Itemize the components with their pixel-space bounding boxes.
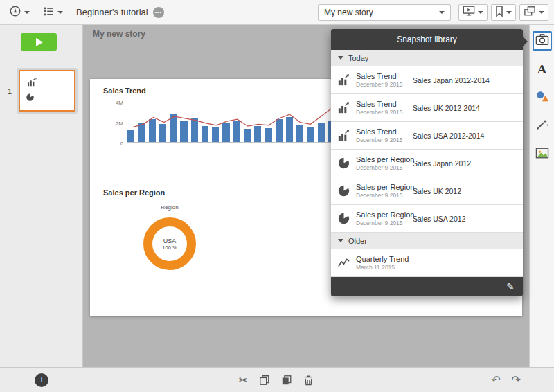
bottom-toolbar: + ✂ ↶ ↷ xyxy=(0,367,554,392)
app-navigation-button[interactable] xyxy=(39,3,66,22)
play-story-preview-button[interactable] xyxy=(21,33,57,51)
chevron-down-icon xyxy=(57,11,63,14)
snapshot-text: Sales per Region December 9 2015 xyxy=(356,211,414,226)
copy-button[interactable] xyxy=(259,375,270,386)
chevron-down-icon xyxy=(478,11,483,14)
chevron-down-icon xyxy=(506,11,512,14)
delete-button[interactable] xyxy=(303,375,314,386)
snapshot-item[interactable]: Sales per Region December 9 2015 Sales U… xyxy=(331,205,523,233)
snapshot-library-tool[interactable] xyxy=(533,31,552,51)
story-editor-window: Beginner's tutorial ••• My new story xyxy=(0,0,554,392)
media-tool[interactable] xyxy=(533,145,552,164)
snapshot-date: December 9 2015 xyxy=(356,192,414,199)
chevron-down-icon xyxy=(24,11,30,14)
snapshot-desc: Sales Japan 2012-2014 xyxy=(413,76,490,84)
play-story-button[interactable] xyxy=(458,4,488,21)
shapes-icon xyxy=(535,90,549,105)
snapshot-name: Sales Trend xyxy=(356,127,403,136)
bookmark-icon xyxy=(495,6,503,19)
snapshot-date: December 9 2015 xyxy=(356,136,403,143)
chevron-down-icon xyxy=(338,239,343,242)
story-tools-panel: A xyxy=(529,25,554,367)
bookmarks-button[interactable] xyxy=(491,4,516,21)
snapshot-name: Sales per Region xyxy=(356,183,414,191)
snapshot-library-footer: ✎ xyxy=(331,277,523,296)
story-selector-value: My new story xyxy=(324,8,373,17)
snapshot-desc: Sales USA 2012 xyxy=(413,215,465,223)
edit-snapshots-button[interactable]: ✎ xyxy=(506,281,515,292)
cut-button[interactable]: ✂ xyxy=(239,374,248,386)
magic-wand-icon xyxy=(535,118,549,134)
y-axis-tick: 0 xyxy=(102,141,123,147)
snapshot-desc: Sales UK 2012-2014 xyxy=(413,104,480,112)
snapshot-name: Quarterly Trend xyxy=(356,255,409,263)
chevron-down-icon xyxy=(338,56,343,60)
snapshot-text: Sales Trend December 9 2015 xyxy=(356,127,403,143)
global-menu-button[interactable] xyxy=(6,3,33,22)
section-header-older[interactable]: Older xyxy=(331,233,523,249)
text-tool[interactable]: A xyxy=(533,60,552,79)
snapshot-item[interactable]: Sales Trend December 9 2015 Sales USA 20… xyxy=(331,122,523,150)
snapshot-date: March 11 2015 xyxy=(356,264,409,271)
slide-thumbnail-selected[interactable] xyxy=(17,68,78,114)
snapshot-date: December 9 2015 xyxy=(356,81,403,88)
snapshot-item[interactable]: Sales per Region December 9 2015 Sales J… xyxy=(331,150,523,177)
region-chart-title: Sales per Region xyxy=(103,188,165,197)
snapshot-name: Sales Trend xyxy=(356,100,403,108)
app-title: Beginner's tutorial xyxy=(76,7,148,17)
story-selector[interactable]: My new story xyxy=(318,4,451,21)
donut-category-label: USA xyxy=(163,238,177,244)
snapshot-library-list: Today Sales Trend December 9 2015 Sales … xyxy=(331,50,523,277)
snapshot-desc: Sales Japan 2012 xyxy=(413,159,471,168)
snapshot-text: Quarterly Trend March 11 2015 xyxy=(356,255,409,271)
trend-chart-title: Sales Trend xyxy=(103,87,146,95)
shapes-tool[interactable] xyxy=(533,88,552,107)
section-label: Older xyxy=(348,237,367,245)
sheets-button[interactable] xyxy=(519,4,548,21)
snapshot-date: December 9 2015 xyxy=(356,220,414,226)
snapshot-name: Sales per Region xyxy=(356,211,414,219)
snapshot-text: Sales per Region December 9 2015 xyxy=(356,183,414,199)
popup-arrow xyxy=(523,37,528,46)
snapshot-item[interactable]: Sales per Region December 9 2015 Sales U… xyxy=(331,177,523,205)
pie-chart-icon xyxy=(338,213,350,224)
camera-icon xyxy=(535,33,549,48)
slides-panel: 1 xyxy=(0,25,83,367)
slide-thumbnail xyxy=(19,70,75,112)
section-header-today[interactable]: Today xyxy=(331,50,523,66)
chevron-down-icon xyxy=(439,11,445,14)
paste-button[interactable] xyxy=(281,375,292,386)
snapshot-desc: Sales UK 2012 xyxy=(413,187,461,195)
snapshot-text: Sales Trend December 9 2015 xyxy=(356,72,403,88)
snapshot-desc: Sales USA 2012-2014 xyxy=(413,132,484,140)
mini-pie-chart-icon xyxy=(26,92,35,105)
snapshot-library-popup: Snapshot library Today Sales Trend Decem… xyxy=(331,29,523,296)
compass-icon xyxy=(9,5,21,20)
effects-tool[interactable] xyxy=(533,116,552,136)
add-slide-button[interactable]: + xyxy=(35,373,48,387)
snapshot-date: December 9 2015 xyxy=(356,109,403,116)
monitor-play-icon xyxy=(463,5,475,19)
bar-chart-icon xyxy=(338,74,350,86)
snapshot-text: Sales per Region December 9 2015 xyxy=(356,155,414,171)
redo-button[interactable]: ↷ xyxy=(512,373,521,386)
undo-button[interactable]: ↶ xyxy=(491,373,500,386)
bar-chart-icon xyxy=(338,102,350,114)
region-donut-chart[interactable]: USA 100 % xyxy=(143,217,196,270)
y-axis-tick: 2M xyxy=(102,121,123,127)
slide-number: 1 xyxy=(8,87,12,96)
y-axis-tick: 4M xyxy=(102,100,123,106)
section-label: Today xyxy=(348,54,368,62)
top-toolbar: Beginner's tutorial ••• My new story xyxy=(0,0,554,25)
chevron-down-icon xyxy=(539,11,544,14)
history-group: ↶ ↷ xyxy=(491,368,521,392)
topbar-right-group: My new story xyxy=(318,4,548,21)
snapshot-item[interactable]: Sales Trend December 9 2015 Sales UK 201… xyxy=(331,94,523,122)
app-info-toggle[interactable]: ••• xyxy=(153,7,164,18)
story-name-label: My new story xyxy=(93,29,145,39)
snapshot-item[interactable]: Sales Trend December 9 2015 Sales Japan … xyxy=(331,66,523,94)
image-icon xyxy=(535,147,549,162)
text-tool-icon: A xyxy=(537,62,546,76)
snapshot-item[interactable]: Quarterly Trend March 11 2015 xyxy=(331,249,523,277)
frames-icon xyxy=(524,6,536,19)
